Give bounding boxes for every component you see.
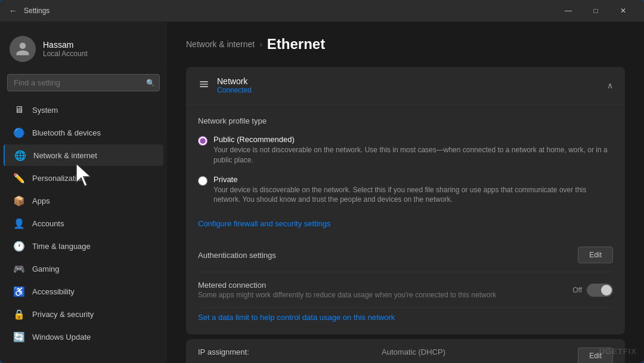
apps-icon: 📦 bbox=[13, 195, 25, 207]
sidebar-item-accounts-label: Accounts bbox=[32, 219, 64, 228]
sidebar: Hassam Local Account 🔍 🖥 System 🔵 Blueto… bbox=[0, 21, 167, 363]
private-radio[interactable] bbox=[198, 176, 208, 186]
sidebar-item-gaming[interactable]: 🎮 Gaming bbox=[4, 258, 163, 279]
sidebar-item-system-label: System bbox=[32, 106, 58, 115]
user-name: Hassam bbox=[43, 40, 88, 50]
toggle-knob bbox=[601, 285, 612, 296]
sidebar-item-accessibility-label: Accessibility bbox=[32, 287, 75, 296]
sidebar-item-time-label: Time & language bbox=[32, 242, 91, 251]
user-info: Hassam Local Account bbox=[43, 40, 88, 58]
private-option: Private Your device is discoverable on t… bbox=[198, 175, 613, 205]
sidebar-item-privacy[interactable]: 🔒 Privacy & security bbox=[4, 303, 163, 325]
ip-section: IP assignment: Automatic (DHCP) Edit DNS… bbox=[186, 339, 625, 363]
sidebar-item-bluetooth[interactable]: 🔵 Bluetooth & devices bbox=[4, 122, 163, 143]
search-input[interactable] bbox=[7, 74, 160, 91]
private-label: Private bbox=[213, 175, 613, 184]
network-section-header[interactable]: Network Connected ∧ bbox=[186, 67, 625, 104]
sidebar-item-network[interactable]: 🌐 Network & internet bbox=[4, 144, 163, 166]
gaming-icon: 🎮 bbox=[13, 263, 25, 275]
ip-value: Automatic (DHCP) bbox=[249, 347, 578, 356]
privacy-icon: 🔒 bbox=[13, 308, 25, 320]
sidebar-item-network-label: Network & internet bbox=[33, 151, 97, 160]
search-icon: 🔍 bbox=[146, 79, 155, 87]
sidebar-item-accessibility[interactable]: ♿ Accessibility bbox=[4, 281, 163, 302]
private-desc: Your device is discoverable on the netwo… bbox=[213, 185, 613, 205]
minimize-button[interactable]: — bbox=[555, 0, 582, 21]
bluetooth-icon: 🔵 bbox=[13, 127, 25, 139]
sidebar-item-apps-label: Apps bbox=[32, 196, 50, 205]
network-section-title: Network bbox=[217, 76, 252, 86]
watermark: UGETFIX bbox=[599, 347, 637, 356]
toggle-off-label: Off bbox=[572, 286, 582, 294]
time-icon: 🕐 bbox=[13, 240, 25, 252]
breadcrumb-separator: › bbox=[259, 39, 262, 49]
user-section: Hassam Local Account bbox=[0, 29, 167, 74]
ip-label: IP assignment: bbox=[198, 347, 249, 356]
accounts-icon: 👤 bbox=[13, 217, 25, 229]
system-icon: 🖥 bbox=[13, 104, 25, 116]
search-box: 🔍 bbox=[7, 74, 160, 91]
sidebar-item-time[interactable]: 🕐 Time & language bbox=[4, 235, 163, 257]
sidebar-item-update-label: Windows Update bbox=[32, 333, 91, 342]
sidebar-item-system[interactable]: 🖥 System bbox=[4, 99, 163, 121]
main-content: Network & internet › Ethernet Network Co… bbox=[167, 21, 644, 363]
network-section-body: Network profile type Public (Recommended… bbox=[186, 104, 625, 334]
user-account-type: Local Account bbox=[43, 50, 88, 58]
ip-assignment-row: IP assignment: Automatic (DHCP) Edit bbox=[198, 339, 613, 363]
sidebar-item-gaming-label: Gaming bbox=[32, 264, 60, 273]
public-label: Public (Recommended) bbox=[213, 135, 613, 144]
metered-desc: Some apps might work differently to redu… bbox=[198, 291, 572, 299]
sidebar-item-bluetooth-label: Bluetooth & devices bbox=[32, 128, 101, 137]
auth-title: Authentication settings bbox=[198, 251, 276, 260]
settings-window: ← Settings — □ ✕ Hassam Local Account bbox=[0, 0, 644, 363]
profile-type-label: Network profile type bbox=[198, 116, 613, 125]
chevron-up-icon: ∧ bbox=[607, 81, 613, 90]
maximize-button[interactable]: □ bbox=[582, 0, 609, 21]
sidebar-item-accounts[interactable]: 👤 Accounts bbox=[4, 213, 163, 234]
title-bar: ← Settings — □ ✕ bbox=[0, 0, 644, 21]
breadcrumb: Network & internet › Ethernet bbox=[186, 36, 625, 53]
network-header-left: Network Connected bbox=[198, 76, 252, 94]
sidebar-item-apps[interactable]: 📦 Apps bbox=[4, 190, 163, 211]
back-button[interactable]: ← bbox=[7, 5, 19, 17]
network-card: Network Connected ∧ Network profile type… bbox=[186, 67, 625, 334]
metered-title: Metered connection bbox=[198, 281, 572, 290]
network-section-icon bbox=[198, 78, 210, 93]
sidebar-item-personalization[interactable]: ✏️ Personalization bbox=[4, 167, 163, 189]
breadcrumb-current: Ethernet bbox=[267, 36, 325, 53]
auth-row: Authentication settings Edit bbox=[198, 238, 613, 272]
public-option: Public (Recommended) Your device is not … bbox=[198, 135, 613, 165]
metered-toggle[interactable] bbox=[587, 284, 613, 297]
metered-row: Metered connection Some apps might work … bbox=[198, 272, 613, 308]
sidebar-item-update[interactable]: 🔄 Windows Update bbox=[4, 326, 163, 347]
update-icon: 🔄 bbox=[13, 331, 25, 343]
personalization-icon: ✏️ bbox=[13, 172, 25, 184]
public-desc: Your device is not discoverable on the n… bbox=[213, 145, 613, 165]
close-button[interactable]: ✕ bbox=[609, 0, 637, 21]
accessibility-icon: ♿ bbox=[13, 285, 25, 297]
window-title: Settings bbox=[24, 7, 49, 15]
auth-edit-button[interactable]: Edit bbox=[578, 247, 613, 263]
public-radio[interactable] bbox=[198, 136, 208, 146]
network-icon: 🌐 bbox=[14, 149, 26, 161]
avatar bbox=[10, 36, 36, 62]
data-limit-link[interactable]: Set a data limit to help control data us… bbox=[198, 313, 395, 322]
firewall-link[interactable]: Configure firewall and security settings bbox=[198, 219, 331, 228]
sidebar-item-personalization-label: Personalization bbox=[32, 174, 85, 183]
sidebar-item-privacy-label: Privacy & security bbox=[32, 310, 94, 319]
network-status: Connected bbox=[217, 86, 252, 94]
breadcrumb-parent: Network & internet bbox=[186, 39, 255, 49]
metered-toggle-container: Off bbox=[572, 284, 613, 297]
content-area: Hassam Local Account 🔍 🖥 System 🔵 Blueto… bbox=[0, 21, 644, 363]
